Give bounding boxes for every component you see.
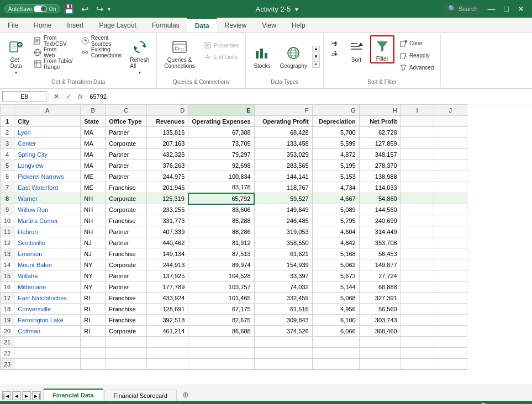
cell-c11[interactable]: Partner	[106, 226, 147, 237]
row-header-5[interactable]: 5	[1, 160, 14, 171]
sheet-tab-financial-scorecard[interactable]: Financial Scorecard	[104, 390, 177, 401]
cell-b6[interactable]: ME	[81, 171, 106, 182]
row-header-10[interactable]: 10	[1, 215, 14, 226]
cell-e10[interactable]: 85,288	[188, 215, 254, 226]
row-header-14[interactable]: 14	[1, 259, 14, 270]
cell-a2[interactable]: Lyon	[14, 127, 81, 138]
cell-f10[interactable]: 246,485	[254, 215, 312, 226]
cell-a15[interactable]: Willaha	[14, 270, 81, 281]
cell-j4[interactable]	[434, 149, 467, 160]
cell-e13[interactable]: 87,513	[188, 248, 254, 259]
cell-b10[interactable]: NH	[81, 215, 106, 226]
row-header-17[interactable]: 17	[1, 293, 14, 304]
cell-c13[interactable]: Franchise	[106, 248, 147, 259]
tab-review[interactable]: Review	[217, 18, 254, 33]
cell-e6[interactable]: 100,834	[188, 171, 254, 182]
cell-f19[interactable]: 309,843	[254, 315, 312, 326]
cell-f8[interactable]: 59,527	[254, 193, 312, 204]
cell-i8[interactable]	[401, 193, 434, 204]
cell-b16[interactable]: NY	[81, 281, 106, 293]
cell-j13[interactable]	[434, 248, 467, 259]
sheet-nav-last[interactable]: ►|	[32, 391, 41, 400]
cell-e5[interactable]: 92,698	[188, 160, 254, 171]
cell-e14[interactable]: 89,974	[188, 259, 254, 270]
cell-b20[interactable]: RI	[81, 326, 106, 337]
row-header-3[interactable]: 3	[1, 138, 14, 149]
cell-h13[interactable]: 56,453	[359, 248, 401, 259]
cell-d18[interactable]: 128,691	[147, 304, 188, 315]
cell-g12[interactable]: 4,842	[312, 237, 359, 248]
minimize-button[interactable]: —	[484, 3, 499, 14]
sort-az-button[interactable]: AZ	[327, 38, 343, 49]
tab-insert[interactable]: Insert	[59, 18, 91, 33]
cell-b19[interactable]: RI	[81, 315, 106, 326]
cell-d1[interactable]: Revenues	[147, 116, 188, 127]
cell-i16[interactable]	[401, 281, 434, 293]
cell-i11[interactable]	[401, 226, 434, 237]
cell-c1[interactable]: Office Type	[106, 116, 147, 127]
tab-formulas[interactable]: Formulas	[144, 18, 187, 33]
cell-a13[interactable]: Emerson	[14, 248, 81, 259]
cell-c10[interactable]: Franchise	[106, 215, 147, 226]
cell-e7[interactable]: 83,178	[188, 182, 254, 193]
cell-j12[interactable]	[434, 237, 467, 248]
cell-d19[interactable]: 392,518	[147, 315, 188, 326]
cell-c9[interactable]: Corporate	[106, 204, 147, 215]
cell-i18[interactable]	[401, 304, 434, 315]
cell-e15[interactable]: 104,528	[188, 270, 254, 281]
cell-g3[interactable]: 5,599	[312, 138, 359, 149]
cell-h11[interactable]: 314,449	[359, 226, 401, 237]
cell-a17[interactable]: East Natchitoches	[14, 293, 81, 304]
tab-page-layout[interactable]: Page Layout	[91, 18, 144, 33]
cell-c16[interactable]: Partner	[106, 281, 147, 293]
cell-d20[interactable]: 461,214	[147, 326, 188, 337]
cell-d2[interactable]: 135,816	[147, 127, 188, 138]
cell-j17[interactable]	[434, 293, 467, 304]
cell-f13[interactable]: 61,621	[254, 248, 312, 259]
cell-i3[interactable]	[401, 138, 434, 149]
cell-a20[interactable]: Coltman	[14, 326, 81, 337]
cell-e20[interactable]: 86,688	[188, 326, 254, 337]
cell-b18[interactable]: RI	[81, 304, 106, 315]
cell-b12[interactable]: NJ	[81, 237, 106, 248]
from-table-button[interactable]: From Table/Range	[30, 59, 76, 70]
cell-b4[interactable]: MA	[81, 149, 106, 160]
row-header-23[interactable]: 23	[1, 359, 14, 370]
cell-h15[interactable]: 27,724	[359, 270, 401, 281]
cell-e17[interactable]: 101,465	[188, 293, 254, 304]
cell-h19[interactable]: 303,743	[359, 315, 401, 326]
cell-c15[interactable]: Partner	[106, 270, 147, 281]
add-sheet-button[interactable]: ⊕	[178, 388, 193, 401]
cell-h4[interactable]: 348,157	[359, 149, 401, 160]
row-header-22[interactable]: 22	[1, 348, 14, 359]
cell-e3[interactable]: 73,705	[188, 138, 254, 149]
cell-g7[interactable]: 4,734	[312, 182, 359, 193]
cell-d8[interactable]: 125,319	[147, 193, 188, 204]
filter-button[interactable]: Filter	[370, 35, 394, 63]
cell-b2[interactable]: MA	[81, 127, 106, 138]
cell-b9[interactable]: NH	[81, 204, 106, 215]
cell-c5[interactable]: Partner	[106, 160, 147, 171]
cell-a9[interactable]: Willow Run	[14, 204, 81, 215]
col-header-b[interactable]: B	[81, 105, 106, 116]
cell-c20[interactable]: Corporate	[106, 326, 147, 337]
reapply-button[interactable]: Reapply	[396, 50, 437, 61]
cell-c4[interactable]: Partner	[106, 149, 147, 160]
cell-g20[interactable]: 6,066	[312, 326, 359, 337]
cell-e19[interactable]: 82,675	[188, 315, 254, 326]
cell-c14[interactable]: Corporate	[106, 259, 147, 270]
cell-d10[interactable]: 331,773	[147, 215, 188, 226]
cell-d17[interactable]: 433,924	[147, 293, 188, 304]
cell-j1[interactable]	[434, 116, 467, 127]
cell-c7[interactable]: Franchise	[106, 182, 147, 193]
sheet-container[interactable]: A B C D E F G H I J 1 City State	[0, 104, 532, 385]
cell-j20[interactable]	[434, 326, 467, 337]
cell-h5[interactable]: 278,370	[359, 160, 401, 171]
cell-j16[interactable]	[434, 281, 467, 293]
cell-g10[interactable]: 5,795	[312, 215, 359, 226]
cell-h8[interactable]: 54,860	[359, 193, 401, 204]
col-header-e[interactable]: E	[188, 105, 254, 116]
cell-g2[interactable]: 5,700	[312, 127, 359, 138]
cell-a11[interactable]: Hebron	[14, 226, 81, 237]
cell-d5[interactable]: 376,263	[147, 160, 188, 171]
